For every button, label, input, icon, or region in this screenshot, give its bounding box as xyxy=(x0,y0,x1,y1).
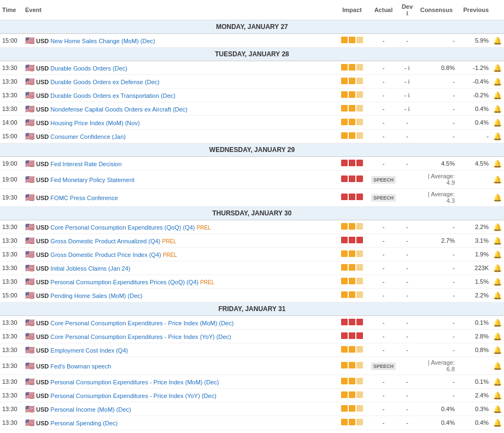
alert-cell: 🔔 xyxy=(491,389,504,402)
day-label: WEDNESDAY, JANUARY 29 xyxy=(0,143,504,157)
dev-value: - xyxy=(398,389,417,402)
bell-icon[interactable]: 🔔 xyxy=(493,250,502,259)
bell-icon[interactable]: 🔔 xyxy=(493,105,502,113)
event-link[interactable]: Durable Goods Orders ex Transportation (… xyxy=(50,92,175,99)
info-icon[interactable]: ℹ xyxy=(408,106,410,112)
dev-value: - xyxy=(398,330,417,343)
event-link[interactable]: New Home Sales Change (MoM) (Dec) xyxy=(50,38,155,44)
bell-icon[interactable]: 🔔 xyxy=(493,194,502,202)
event-time: 13:30 xyxy=(0,330,23,343)
event-name: 🇺🇸 USD Gross Domestic Product Annualized… xyxy=(23,234,335,248)
bell-icon[interactable]: 🔔 xyxy=(493,278,502,286)
currency-label: USD xyxy=(36,363,49,370)
bell-icon[interactable]: 🔔 xyxy=(493,91,502,100)
event-link[interactable]: Consumer Confidence (Jan) xyxy=(50,133,126,140)
average-text: | Average: 4.9 xyxy=(428,173,455,186)
bell-icon[interactable]: 🔔 xyxy=(493,391,502,400)
consensus-value: | Average: 4.9 xyxy=(417,171,457,189)
bell-icon[interactable]: 🔔 xyxy=(493,237,502,245)
consensus-value: 0.4% xyxy=(417,416,457,430)
consensus-value: - xyxy=(417,248,457,261)
speech-badge: SPEECH xyxy=(371,176,396,184)
event-link[interactable]: Personal Consumption Expenditures - Pric… xyxy=(50,379,219,385)
bell-icon[interactable]: 🔔 xyxy=(493,175,502,184)
impact-bar-medium xyxy=(341,277,364,285)
event-link[interactable]: Core Personal Consumption Expenditures -… xyxy=(50,320,233,326)
impact-bar-high xyxy=(341,175,364,183)
impact-bar-medium xyxy=(341,418,364,426)
event-link[interactable]: Gross Domestic Product Price Index (Q4) xyxy=(50,251,161,258)
bell-icon[interactable]: 🔔 xyxy=(493,132,502,141)
bell-icon[interactable]: 🔔 xyxy=(493,419,502,427)
dev-value: - ℹ xyxy=(398,75,417,89)
event-link[interactable]: Housing Price Index (MoM) (Nov) xyxy=(50,120,139,126)
bell-icon[interactable]: 🔔 xyxy=(493,291,502,300)
event-link[interactable]: Fed Monetary Policy Statement xyxy=(50,177,134,183)
day-label: FRIDAY, JANUARY 31 xyxy=(0,302,504,316)
info-icon[interactable]: ℹ xyxy=(408,79,410,85)
previous-value: -0.4% xyxy=(457,75,491,89)
event-link[interactable]: Durable Goods Orders ex Defense (Dec) xyxy=(50,79,159,85)
event-link[interactable]: Gross Domestic Product Annualized (Q4) xyxy=(50,238,160,244)
alert-cell: 🔔 xyxy=(491,330,504,343)
event-time: 13:30 xyxy=(0,234,23,248)
bell-icon[interactable]: 🔔 xyxy=(493,378,502,386)
bell-icon[interactable]: 🔔 xyxy=(493,264,502,272)
bell-icon[interactable]: 🔔 xyxy=(493,346,502,354)
bell-icon[interactable]: 🔔 xyxy=(493,362,502,370)
previous-value: 2.4% xyxy=(457,389,491,402)
event-name: 🇺🇸 USD Core Personal Consumption Expendi… xyxy=(23,316,335,330)
bell-icon[interactable]: 🔔 xyxy=(493,160,502,168)
event-link[interactable]: Employment Cost Index (Q4) xyxy=(50,347,128,354)
table-row: 15:00🇺🇸 USD Pending Home Sales (MoM) (De… xyxy=(0,289,504,302)
actual-value: - xyxy=(369,330,398,343)
event-link[interactable]: Durable Goods Orders (Dec) xyxy=(50,65,127,72)
consensus-value: - xyxy=(417,75,457,89)
impact-cell xyxy=(335,261,369,275)
event-link[interactable]: Personal Consumption Expenditures - Pric… xyxy=(50,393,216,399)
event-link[interactable]: Personal Income (MoM) (Dec) xyxy=(50,406,131,413)
currency-label: USD xyxy=(36,379,49,385)
event-link[interactable]: FOMC Press Conference xyxy=(50,195,118,201)
info-icon[interactable]: ℹ xyxy=(408,92,410,98)
bell-icon[interactable]: 🔔 xyxy=(493,319,502,327)
alert-cell: 🔔 xyxy=(491,189,504,207)
prel-tag: PREL xyxy=(162,238,177,244)
bell-icon[interactable]: 🔔 xyxy=(493,405,502,413)
event-link[interactable]: Personal Consumption Expenditures Prices… xyxy=(50,279,198,285)
info-icon[interactable]: ℹ xyxy=(408,65,410,71)
bell-icon[interactable]: 🔔 xyxy=(493,64,502,72)
event-name: 🇺🇸 USD Personal Consumption Expenditures… xyxy=(23,275,335,289)
impact-cell xyxy=(335,220,369,234)
bell-icon[interactable]: 🔔 xyxy=(493,37,502,45)
event-name: 🇺🇸 USD Personal Income (MoM) (Dec) xyxy=(23,402,335,416)
country-flag: 🇺🇸 xyxy=(25,63,34,72)
event-link[interactable]: Core Personal Consumption Expenditures -… xyxy=(50,333,231,340)
bell-icon[interactable]: 🔔 xyxy=(493,78,502,86)
header-alert xyxy=(491,0,504,20)
event-link[interactable]: Personal Spending (Dec) xyxy=(50,420,118,426)
event-link[interactable]: Nondefense Capital Goods Orders ex Aircr… xyxy=(50,106,187,113)
actual-value: - xyxy=(369,157,398,171)
event-link[interactable]: Initial Jobless Claims (Jan 24) xyxy=(50,265,130,272)
consensus-value: | Average: 6.8 xyxy=(417,357,457,375)
event-link[interactable]: Fed's Bowman speech xyxy=(50,363,111,370)
previous-value: 5.9% xyxy=(457,34,491,48)
bell-icon[interactable]: 🔔 xyxy=(493,332,502,341)
alert-cell: 🔔 xyxy=(491,102,504,116)
alert-cell: 🔔 xyxy=(491,275,504,289)
event-link[interactable]: Pending Home Sales (MoM) (Dec) xyxy=(50,292,142,299)
bell-icon[interactable]: 🔔 xyxy=(493,223,502,231)
dev-info-icon[interactable]: ℹ xyxy=(406,10,408,16)
actual-value: - xyxy=(369,116,398,130)
country-flag: 🇺🇸 xyxy=(25,418,34,427)
dev-value: - ℹ xyxy=(398,61,417,75)
event-time: 13:30 xyxy=(0,102,23,116)
event-name: 🇺🇸 USD Employment Cost Index (Q4) xyxy=(23,343,335,357)
event-link[interactable]: Fed Interest Rate Decision xyxy=(50,161,121,167)
event-link[interactable]: Core Personal Consumption Expenditures (… xyxy=(50,224,195,231)
bell-icon[interactable]: 🔔 xyxy=(493,119,502,127)
previous-value: 0.4% xyxy=(457,102,491,116)
currency-label: USD xyxy=(36,65,49,72)
table-row: 15:00🇺🇸 USD Consumer Confidence (Jan) --… xyxy=(0,130,504,143)
